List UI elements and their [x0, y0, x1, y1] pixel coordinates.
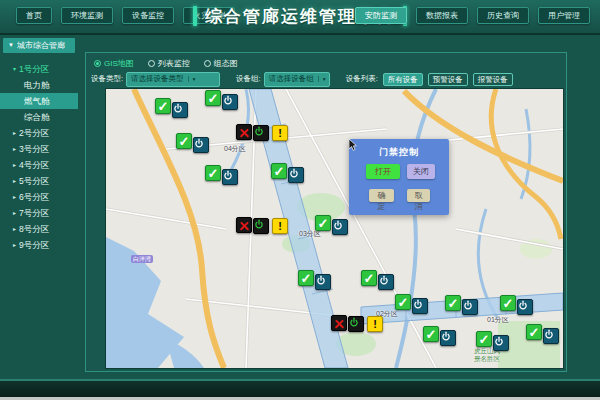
sidebar-item-label: 4号分区 [19, 157, 49, 173]
device-group-select[interactable]: 请选择设备组 ▼ [264, 72, 330, 87]
check-icon[interactable]: ✓ [445, 295, 461, 311]
check-icon[interactable]: ✓ [361, 270, 377, 286]
chevron-right-icon: ▸ [13, 173, 16, 189]
nav-button-安防监测[interactable]: 安防监测 [355, 7, 407, 24]
nav-button-首页[interactable]: 首页 [16, 7, 52, 24]
device-list-button-报警设备[interactable]: 报警设备 [473, 73, 513, 86]
sidebar-item-1号分区[interactable]: ▾1号分区 [0, 61, 78, 77]
power-icon[interactable] [493, 335, 509, 351]
sidebar-item-8号分区[interactable]: ▸8号分区 [0, 221, 78, 237]
power-icon[interactable] [378, 274, 394, 290]
check-icon[interactable]: ✓ [205, 90, 221, 106]
nav-button-环境监测[interactable]: 环境监测 [61, 7, 113, 24]
power-icon[interactable] [412, 298, 428, 314]
device-marker-ok: ✓ [205, 90, 238, 110]
sidebar-tree: ▾1号分区电力舱燃气舱综合舱▸2号分区▸3号分区▸4号分区▸5号分区▸6号分区▸… [0, 61, 78, 253]
sidebar-item-4号分区[interactable]: ▸4号分区 [0, 157, 78, 173]
place-tag-白洋湾: 白洋湾 [131, 255, 153, 263]
check-icon[interactable]: ✓ [176, 133, 192, 149]
dialog-cancel-button[interactable]: 取消 [407, 189, 430, 202]
check-icon[interactable]: ✓ [395, 294, 411, 310]
power-icon[interactable] [543, 328, 559, 344]
sidebar-item-综合舱[interactable]: 综合舱 [0, 109, 78, 125]
app-window: 首页环境监测设备监控火灾监测 综合管廊运维管理平台 安防监测数据报表历史查询用户… [0, 0, 600, 400]
power-icon[interactable] [517, 299, 533, 315]
device-marker-ok: ✓ [298, 270, 331, 290]
power-icon[interactable] [462, 299, 478, 315]
chevron-right-icon: ▸ [13, 157, 16, 173]
sidebar-item-7号分区[interactable]: ▸7号分区 [0, 205, 78, 221]
sidebar-root-label: 城市综合管廊 [17, 38, 65, 53]
nav-button-历史查询[interactable]: 历史查询 [477, 7, 529, 24]
nav-button-火灾监测[interactable]: 火灾监测 [183, 7, 235, 24]
power-off-icon[interactable] [348, 316, 364, 332]
dialog-title: 门禁控制 [349, 139, 449, 159]
power-icon[interactable] [193, 137, 209, 153]
power-icon[interactable] [172, 102, 188, 118]
chevron-down-icon: ▾ [13, 61, 16, 77]
check-icon[interactable]: ✓ [423, 326, 439, 342]
sidebar-item-label: 7号分区 [19, 205, 49, 221]
device-marker-ok: ✓ [205, 165, 238, 185]
device-marker-ok: ✓ [500, 295, 533, 315]
power-icon[interactable] [222, 169, 238, 185]
radio-icon [148, 60, 155, 67]
power-off-icon[interactable] [253, 125, 269, 141]
check-icon[interactable]: ✓ [205, 165, 221, 181]
view-mode-组态图[interactable]: 组态图 [204, 58, 238, 69]
view-mode-列表监控[interactable]: 列表监控 [148, 58, 190, 69]
device-list-button-所有设备[interactable]: 所有设备 [383, 73, 423, 86]
main-panel: GIS地图列表监控组态图 设备类型: 请选择设备类型 ▼ 设备组: 请选择设备组… [85, 52, 567, 372]
warning-icon[interactable]: ! [367, 316, 383, 332]
check-icon[interactable]: ✓ [271, 163, 287, 179]
power-off-icon[interactable] [253, 218, 269, 234]
check-icon[interactable]: ✓ [476, 331, 492, 347]
nav-button-数据报表[interactable]: 数据报表 [416, 7, 468, 24]
door-close-button[interactable]: 关闭 [407, 164, 435, 179]
check-icon[interactable]: ✓ [315, 215, 331, 231]
power-icon[interactable] [332, 219, 348, 235]
sidebar-item-燃气舱[interactable]: 燃气舱 [0, 93, 78, 109]
sidebar-item-2号分区[interactable]: ▸2号分区 [0, 125, 78, 141]
gis-map[interactable]: 04分区03分区02分区01分区虎丘山风景名胜区白洋湾 ✓✓✓✓✓✓✓✓✓✓✓✓… [106, 89, 563, 368]
chevron-right-icon: ▸ [13, 125, 16, 141]
sidebar-root-node[interactable]: ▼ 城市综合管廊 [3, 38, 75, 53]
power-icon[interactable] [315, 274, 331, 290]
sidebar-item-5号分区[interactable]: ▸5号分区 [0, 173, 78, 189]
power-icon[interactable] [222, 94, 238, 110]
footer-bar [0, 381, 600, 397]
nav-button-用户管理[interactable]: 用户管理 [538, 7, 590, 24]
dialog-confirm-button[interactable]: 确定 [369, 189, 394, 202]
power-icon[interactable] [440, 330, 456, 346]
zone-label-01分区: 01分区 [487, 315, 509, 325]
device-marker-ok: ✓ [445, 295, 478, 315]
alarm-x-icon[interactable] [331, 315, 347, 331]
sidebar-item-9号分区[interactable]: ▸9号分区 [0, 237, 78, 253]
device-type-select[interactable]: 请选择设备类型 ▼ [126, 72, 220, 87]
sidebar-item-label: 燃气舱 [24, 93, 50, 109]
warning-icon[interactable]: ! [272, 218, 288, 234]
alarm-x-icon[interactable] [236, 124, 252, 140]
sidebar-item-label: 8号分区 [19, 221, 49, 237]
device-marker-ok: ✓ [315, 215, 348, 235]
sidebar-item-3号分区[interactable]: ▸3号分区 [0, 141, 78, 157]
radio-selected-icon [94, 60, 101, 67]
sidebar-item-6号分区[interactable]: ▸6号分区 [0, 189, 78, 205]
warning-icon[interactable]: ! [272, 125, 288, 141]
check-icon[interactable]: ✓ [500, 295, 516, 311]
alarm-x-icon[interactable] [236, 217, 252, 233]
sidebar-item-电力舱[interactable]: 电力舱 [0, 77, 78, 93]
door-open-button[interactable]: 打开 [366, 164, 400, 179]
device-list-button-预警设备[interactable]: 预警设备 [428, 73, 468, 86]
sidebar-item-label: 2号分区 [19, 125, 49, 141]
check-icon[interactable]: ✓ [155, 98, 171, 114]
device-marker-alarm: ! [236, 217, 288, 234]
check-icon[interactable]: ✓ [298, 270, 314, 286]
device-marker-ok: ✓ [423, 326, 456, 346]
view-mode-label: GIS地图 [104, 58, 134, 69]
nav-button-设备监控[interactable]: 设备监控 [122, 7, 174, 24]
chevron-down-icon: ▼ [318, 76, 327, 82]
power-icon[interactable] [288, 167, 304, 183]
view-mode-GIS地图[interactable]: GIS地图 [94, 58, 134, 69]
check-icon[interactable]: ✓ [526, 324, 542, 340]
